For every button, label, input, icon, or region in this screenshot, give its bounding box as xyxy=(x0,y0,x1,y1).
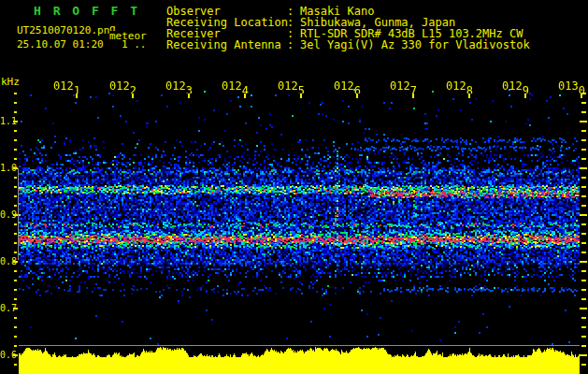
freq-minor-tick-right xyxy=(581,270,586,272)
freq-minor-tick-left xyxy=(14,289,17,291)
freq-minor-tick-left xyxy=(14,364,17,366)
freq-major-tick-right xyxy=(580,214,587,216)
freq-minor-tick-left xyxy=(14,252,17,253)
freq-major-tick-left xyxy=(13,261,18,263)
band-edge-line xyxy=(18,168,19,260)
freq-minor-tick-right xyxy=(581,364,586,366)
freq-minor-tick-right xyxy=(581,252,586,253)
freq-major-tick-left xyxy=(13,121,18,122)
level-meter-canvas xyxy=(19,346,580,374)
time-minute-tick xyxy=(132,94,134,98)
freq-major-tick-left xyxy=(13,214,18,216)
freq-minor-tick-right xyxy=(581,195,586,197)
freq-major-tick-left xyxy=(13,167,18,169)
freq-minor-tick-right xyxy=(581,242,586,244)
freq-minor-tick-left xyxy=(14,139,17,141)
info-value-antenna: 3el Yagi(V) Az 330 for Vladivostok xyxy=(300,39,530,50)
time-axis-label: 0121 xyxy=(53,80,87,94)
time-axis-label: 0126 xyxy=(334,80,367,94)
freq-minor-tick-left xyxy=(14,158,17,160)
time-axis-label: 0129 xyxy=(502,80,536,94)
freq-axis-label: 0.6 xyxy=(0,350,14,361)
time-minute-tick xyxy=(524,94,526,98)
freq-minor-tick-right xyxy=(581,205,586,207)
time-axis-label: 0125 xyxy=(278,80,311,94)
freq-minor-tick-left xyxy=(14,317,17,319)
freq-unit-label: kHz xyxy=(1,77,20,88)
freq-major-tick-right xyxy=(580,121,587,122)
freq-minor-tick-right xyxy=(581,326,586,328)
freq-minor-tick-right xyxy=(581,177,586,179)
info-label-antenna: Receiving Antenna xyxy=(166,39,281,50)
freq-minor-tick-right xyxy=(581,317,586,319)
freq-minor-tick-left xyxy=(14,336,17,338)
freq-minor-tick-right xyxy=(581,102,586,104)
freq-axis-label: 1.0 xyxy=(0,163,14,174)
freq-minor-tick-left xyxy=(14,111,17,113)
time-minute-tick xyxy=(581,94,582,98)
freq-major-tick-left xyxy=(13,308,18,309)
freq-minor-tick-left xyxy=(14,205,17,207)
freq-minor-tick-right xyxy=(581,345,586,347)
freq-minor-tick-left xyxy=(14,233,17,235)
counter-label: 1 .. xyxy=(122,39,147,50)
time-minute-tick xyxy=(468,94,470,98)
app-title: H R O F F T xyxy=(34,6,140,17)
freq-axis-label: 0.8 xyxy=(0,256,14,267)
freq-minor-tick-right xyxy=(581,223,586,225)
time-axis-label: 0130 xyxy=(558,80,588,94)
time-axis-label: 0123 xyxy=(165,80,199,94)
freq-minor-tick-right xyxy=(581,280,586,281)
freq-minor-tick-left xyxy=(14,270,17,272)
freq-major-tick-left xyxy=(13,354,18,356)
time-minute-tick xyxy=(244,94,246,98)
time-minute-tick xyxy=(188,94,190,98)
freq-axis-label: 1.1 xyxy=(0,116,14,127)
time-minute-tick xyxy=(76,94,78,98)
freq-minor-tick-left xyxy=(14,149,17,151)
time-axis-label: 0122 xyxy=(109,80,143,94)
freq-minor-tick-left xyxy=(14,102,17,104)
freq-minor-tick-right xyxy=(581,130,586,132)
freq-minor-tick-right xyxy=(581,139,586,141)
freq-minor-tick-right xyxy=(581,336,586,338)
freq-minor-tick-left xyxy=(14,177,17,179)
freq-minor-tick-right xyxy=(581,233,586,235)
freq-minor-tick-right xyxy=(581,289,586,291)
freq-minor-tick-right xyxy=(581,186,586,188)
info-colon: : xyxy=(287,39,294,50)
freq-minor-tick-left xyxy=(14,345,17,347)
freq-minor-tick-left xyxy=(14,326,17,328)
freq-minor-tick-right xyxy=(581,158,586,160)
freq-minor-tick-left xyxy=(14,223,17,225)
freq-major-tick-right xyxy=(580,167,587,169)
level-baseline xyxy=(19,345,580,346)
freq-minor-tick-left xyxy=(14,280,17,281)
freq-minor-tick-left xyxy=(14,242,17,244)
spectrogram-canvas xyxy=(19,89,580,346)
freq-axis-label: 0.7 xyxy=(0,303,14,314)
freq-major-tick-right xyxy=(580,354,587,356)
time-minute-tick xyxy=(412,94,414,98)
time-axis-label: 0127 xyxy=(390,80,423,94)
freq-minor-tick-right xyxy=(581,149,586,151)
datetime-label: 25.10.07 01:20 xyxy=(17,39,104,50)
freq-minor-tick-left xyxy=(14,195,17,197)
freq-minor-tick-left xyxy=(14,298,17,300)
output-filename: UT2510070120.pn xyxy=(17,25,109,36)
freq-axis-label: 0.9 xyxy=(0,209,14,221)
hrofft-window: H R O F F T UT2510070120.pn g meteor 25.… xyxy=(0,0,588,374)
time-axis-label: 0124 xyxy=(222,80,255,94)
freq-minor-tick-right xyxy=(581,111,586,113)
freq-minor-tick-right xyxy=(581,298,586,300)
freq-major-tick-right xyxy=(580,261,587,263)
time-minute-tick xyxy=(356,94,358,98)
freq-minor-tick-left xyxy=(14,130,17,132)
time-axis-label: 0128 xyxy=(446,80,480,94)
freq-minor-tick-left xyxy=(14,186,17,188)
time-minute-tick xyxy=(300,94,302,98)
freq-major-tick-right xyxy=(580,308,587,309)
freq-minor-tick-left xyxy=(14,93,17,94)
